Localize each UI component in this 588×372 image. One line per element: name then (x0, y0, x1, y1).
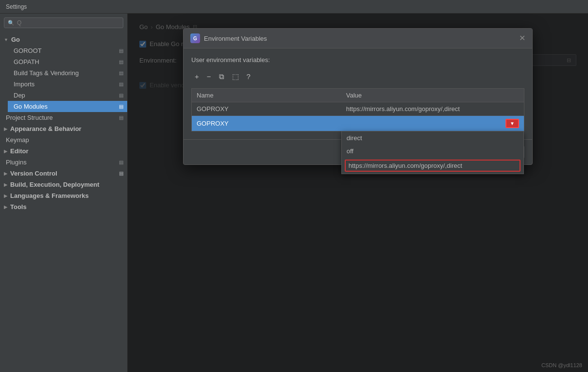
dropdown-item-direct[interactable]: direct (342, 131, 523, 145)
sidebar-item-tools[interactable]: ▶ Tools (0, 201, 127, 212)
chevron-right-icon-vc: ▶ (4, 171, 7, 176)
sidebar-item-keymap[interactable]: Keymap (0, 134, 127, 146)
env-toolbar: + − ⧉ ⬚ ? (191, 69, 524, 83)
sidebar-go-children: GOROOT ▤ GOPATH ▤ Build Tags & Vendoring… (0, 45, 127, 112)
sidebar-item-build-tags[interactable]: Build Tags & Vendoring ▤ (8, 67, 127, 79)
sidebar-icon-build-tags: ▤ (119, 70, 123, 76)
row2-name: GOPROXY (192, 116, 341, 131)
table-row: GOPROXY https://mirrors.aliyun.com/gopro… (192, 102, 524, 116)
table-row: GOPROXY ▼ direct off (192, 116, 524, 131)
sidebar-keymap-label: Keymap (6, 136, 123, 144)
col-header-value: Value (341, 89, 524, 102)
toolbar-copy-button[interactable]: ⧉ (216, 71, 228, 81)
dropdown-custom-input[interactable] (345, 160, 521, 172)
col-header-name: Name (192, 89, 341, 102)
dropdown-item-off[interactable]: off (342, 145, 523, 158)
chevron-right-icon-appearance: ▶ (4, 127, 7, 131)
sidebar-nav: ▼ Go GOROOT ▤ GOPATH ▤ Build Tags & Vend… (0, 32, 127, 214)
modal-close-button[interactable]: ✕ (519, 34, 525, 42)
sidebar-project-structure-label: Project Structure (6, 114, 117, 121)
modal-environment-variables: G Environment Variables ✕ User environme… (183, 28, 533, 165)
dropdown-value-input[interactable] (346, 120, 504, 127)
sidebar-build-label: Build, Execution, Deployment (10, 181, 99, 188)
search-input[interactable] (17, 19, 119, 26)
sidebar-go-modules-label: Go Modules (14, 103, 117, 110)
chevron-right-icon-tools: ▶ (4, 205, 7, 210)
sidebar-item-appearance-behavior[interactable]: ▶ Appearance & Behavior (0, 123, 127, 134)
sidebar-item-languages-frameworks[interactable]: ▶ Languages & Frameworks (0, 190, 127, 201)
chevron-right-icon-lang: ▶ (4, 194, 7, 198)
sidebar-item-goroot[interactable]: GOROOT ▤ (8, 45, 127, 56)
sidebar-item-project-structure[interactable]: Project Structure ▤ (0, 112, 127, 123)
sidebar-editor-label: Editor (10, 147, 29, 155)
sidebar-icon-imports: ▤ (119, 81, 123, 87)
sidebar-imports-label: Imports (14, 81, 117, 88)
sidebar-icon-plugins: ▤ (119, 160, 123, 165)
toolbar-remove-button[interactable]: − (203, 71, 215, 81)
row1-value: https://mirrors.aliyun.com/goproxy/,dire… (341, 102, 524, 116)
sidebar-icon-go-modules: ▤ (119, 104, 123, 109)
row1-name: GOPROXY (192, 102, 341, 116)
sidebar-vc-label: Version Control (10, 170, 57, 177)
watermark: CSDN @ydl1128 (541, 362, 582, 368)
modal-app-icon: G (190, 33, 200, 43)
sidebar-icon-goroot: ▤ (119, 48, 123, 53)
row2-value-cell: ▼ direct off (341, 116, 524, 131)
content-area: Go › Go Modules ⊟ Enable Go modules inte… (128, 14, 588, 372)
toolbar-add-button[interactable]: + (191, 71, 202, 81)
main-layout: 🔍 ▼ Go GOROOT ▤ GOPATH ▤ Build Tags & Ve… (0, 14, 588, 372)
sidebar-icon-gopath: ▤ (119, 59, 123, 65)
toolbar-help-button[interactable]: ? (243, 71, 254, 81)
modal-icon-text: G (193, 36, 197, 41)
modal-overlay: G Environment Variables ✕ User environme… (128, 14, 588, 372)
sidebar-item-plugins[interactable]: Plugins ▤ (0, 157, 127, 168)
sidebar-item-dep[interactable]: Dep ▤ (8, 90, 127, 101)
sidebar-item-build-execution[interactable]: ▶ Build, Execution, Deployment (0, 179, 127, 190)
sidebar-item-gopath[interactable]: GOPATH ▤ (8, 56, 127, 67)
search-icon: 🔍 (8, 20, 15, 26)
sidebar-icon-project-structure: ▤ (119, 115, 123, 120)
dropdown-popup: direct off (341, 131, 524, 174)
toolbar-paste-button[interactable]: ⬚ (229, 71, 242, 81)
search-box[interactable]: 🔍 (4, 17, 123, 28)
sidebar-item-go[interactable]: ▼ Go (0, 34, 127, 45)
sidebar-icon-dep: ▤ (119, 93, 123, 98)
sidebar-item-imports[interactable]: Imports ▤ (8, 79, 127, 90)
dropdown-arrow-button[interactable]: ▼ (505, 119, 519, 128)
modal-header: G Environment Variables ✕ (184, 29, 532, 49)
dropdown-container: ▼ (346, 119, 519, 128)
sidebar-go-label: Go (11, 36, 20, 43)
dropdown-custom-input-item (342, 158, 523, 174)
chevron-right-icon-build: ▶ (4, 182, 7, 187)
sidebar-item-version-control[interactable]: ▶ Version Control ▤ (0, 168, 127, 179)
title-bar: Settings (0, 0, 588, 14)
modal-subtitle: User environment variables: (191, 56, 524, 64)
sidebar: 🔍 ▼ Go GOROOT ▤ GOPATH ▤ Build Tags & Ve… (0, 14, 128, 372)
sidebar-goroot-label: GOROOT (14, 47, 117, 54)
sidebar-item-editor[interactable]: ▶ Editor (0, 146, 127, 157)
sidebar-build-tags-label: Build Tags & Vendoring (14, 69, 117, 77)
chevron-down-icon: ▼ (4, 37, 8, 42)
sidebar-appearance-label: Appearance & Behavior (10, 125, 82, 132)
sidebar-lang-label: Languages & Frameworks (10, 192, 89, 199)
modal-body: User environment variables: + − ⧉ ⬚ ? N (184, 49, 532, 139)
sidebar-plugins-label: Plugins (6, 159, 117, 166)
sidebar-icon-vc: ▤ (119, 171, 123, 176)
sidebar-gopath-label: GOPATH (14, 58, 117, 65)
sidebar-item-go-modules[interactable]: Go Modules ▤ (8, 101, 127, 112)
sidebar-tools-label: Tools (10, 203, 27, 210)
env-table: Name Value GOPROXY https://mirrors.aliyu… (191, 88, 524, 131)
title-bar-text: Settings (6, 3, 27, 10)
modal-title: Environment Variables (204, 35, 515, 42)
sidebar-dep-label: Dep (14, 92, 117, 99)
chevron-right-icon-editor: ▶ (4, 149, 7, 154)
